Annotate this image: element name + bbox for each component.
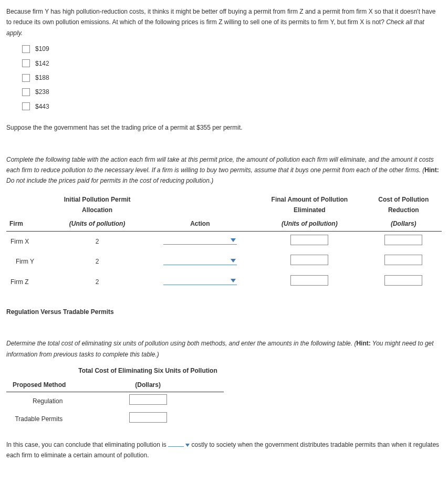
checkbox-list: $109 $142 $188 $238 $443: [22, 44, 442, 112]
cost-input[interactable]: [129, 394, 167, 405]
header-final-line2: Eliminated: [257, 205, 362, 215]
header-alloc: Initial Pollution Permit Allocation: [48, 193, 147, 217]
cost-header-line2: (Dollars): [72, 378, 223, 392]
method-name: Regulation: [6, 392, 72, 410]
firm-alloc: 2: [48, 251, 147, 271]
header-firm: Firm: [6, 217, 48, 231]
header-cost-line1: Cost of Pollution: [368, 194, 439, 205]
checkbox-icon[interactable]: [22, 59, 30, 67]
header-final-unit: (Units of pollution): [254, 217, 365, 231]
table-row: Firm X 2: [6, 231, 442, 251]
checkbox-label: $188: [35, 72, 49, 83]
table-row: Tradable Permits: [6, 410, 224, 428]
checkbox-icon[interactable]: [22, 45, 30, 53]
conclusion-part1: In this case, you can conclude that elim…: [6, 441, 168, 448]
cost-comparison-table: Total Cost of Eliminating Six Units of P…: [6, 364, 224, 428]
firm-alloc: 2: [48, 272, 147, 292]
checkbox-item-1[interactable]: $142: [22, 58, 442, 69]
header-cost: Cost of Pollution Reduction: [365, 193, 442, 217]
checkbox-item-0[interactable]: $109: [22, 44, 442, 54]
header-final: Final Amount of Pollution Eliminated: [254, 193, 365, 217]
firm-action-table: Initial Pollution Permit Allocation Fina…: [6, 193, 442, 292]
checkbox-label: $443: [35, 101, 49, 112]
checkbox-label: $238: [35, 87, 49, 97]
action-dropdown[interactable]: [163, 255, 237, 265]
cost-input[interactable]: [384, 275, 422, 286]
firm-name: Firm Y: [6, 251, 48, 271]
checkbox-label: $109: [35, 44, 49, 54]
hint-label: Hint:: [424, 166, 439, 174]
conclusion-sentence: In this case, you can conclude that elim…: [6, 439, 442, 461]
firm-name: Firm Z: [6, 272, 48, 292]
question-3-instruction: Determine the total cost of eliminating …: [6, 338, 442, 360]
checkbox-label: $142: [35, 58, 49, 69]
chevron-down-icon: [231, 279, 236, 282]
chevron-down-icon: [231, 238, 236, 242]
method-header: Proposed Method: [6, 378, 72, 392]
eliminated-input[interactable]: [290, 255, 328, 265]
header-alloc-line1: Initial Pollution Permit: [51, 194, 143, 205]
header-final-line1: Final Amount of Pollution: [257, 194, 362, 205]
chevron-down-icon: [231, 259, 236, 263]
checkbox-icon[interactable]: [22, 74, 30, 82]
question-1-text: Because firm Y has high pollution-reduct…: [6, 6, 442, 38]
checkbox-icon[interactable]: [22, 88, 30, 96]
cost-input[interactable]: [129, 412, 167, 423]
firm-alloc: 2: [48, 231, 147, 251]
checkbox-icon[interactable]: [22, 102, 30, 110]
header-alloc-unit: (Units of pollution): [48, 217, 147, 231]
checkbox-item-2[interactable]: $188: [22, 72, 442, 83]
header-action: Action: [146, 217, 254, 231]
firm-name: Firm X: [6, 231, 48, 251]
section-title: Regulation Versus Tradable Permits: [6, 307, 442, 317]
eliminated-input[interactable]: [290, 275, 328, 286]
checkbox-item-4[interactable]: $443: [22, 101, 442, 112]
instruction-text: Complete the following table with the ac…: [6, 156, 434, 174]
question-2-setup: Suppose the the government has set the t…: [6, 122, 442, 133]
checkbox-item-3[interactable]: $238: [22, 87, 442, 97]
hint-text: Do not include the prices paid for permi…: [6, 177, 213, 184]
conclusion-dropdown[interactable]: [168, 439, 184, 447]
action-dropdown[interactable]: [163, 235, 237, 245]
question-1-body: Because firm Y has high pollution-reduct…: [6, 8, 435, 26]
table-row: Regulation: [6, 392, 224, 410]
header-cost-line2: Reduction: [368, 205, 439, 215]
eliminated-input[interactable]: [290, 235, 328, 245]
instruction-text-3: Determine the total cost of eliminating …: [6, 340, 356, 347]
cost-input[interactable]: [384, 235, 422, 245]
cost-header-line1: Total Cost of Eliminating Six Units of P…: [72, 364, 223, 377]
question-2-instruction: Complete the following table with the ac…: [6, 154, 442, 186]
table-row: Firm Y 2: [6, 251, 442, 271]
method-name: Tradable Permits: [6, 410, 72, 428]
table-row: Firm Z 2: [6, 272, 442, 292]
hint-label-3: Hint:: [356, 340, 370, 347]
cost-input[interactable]: [384, 255, 422, 265]
header-cost-unit: (Dollars): [365, 217, 442, 231]
chevron-down-icon: [185, 444, 190, 447]
action-dropdown[interactable]: [163, 275, 237, 285]
header-alloc-line2: Allocation: [51, 205, 143, 215]
